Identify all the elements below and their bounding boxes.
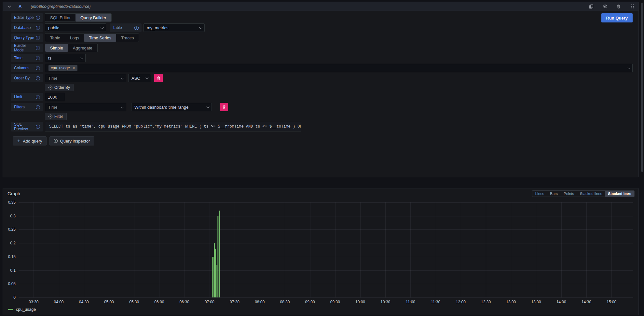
time-column-select[interactable]: ts: [45, 54, 86, 62]
collapse-chevron-icon[interactable]: [7, 4, 12, 9]
chevron-down-icon: [199, 26, 202, 29]
x-axis-tick-label: 04:30: [79, 300, 89, 304]
legend-label[interactable]: cpu_usage: [16, 307, 36, 312]
tab-sql-editor[interactable]: SQL Editor: [45, 14, 75, 21]
tab-logs[interactable]: Logs: [65, 34, 84, 42]
gridline-horizontal: [19, 202, 633, 203]
gridline-vertical: [310, 202, 310, 297]
order-direction-select[interactable]: ASC: [128, 74, 151, 82]
query-inspector-button[interactable]: Query inspector: [49, 136, 94, 145]
editor-type-row: Editor Type SQL Editor Query Builder: [11, 13, 633, 22]
table-select[interactable]: my_metrics: [144, 23, 205, 32]
x-axis-tick-label: 09:30: [330, 300, 340, 304]
add-filter-button[interactable]: Filter: [45, 113, 67, 120]
filters-label: Filters: [11, 103, 43, 111]
graph-panel-header: Graph Lines Bars Points Stacked lines St…: [3, 188, 638, 198]
hide-response-icon[interactable]: [602, 4, 608, 9]
y-axis-tick-label: 0.2: [10, 241, 16, 245]
query-row-header[interactable]: A (info8fcc-greptimedb-datasource): [3, 2, 638, 11]
gridline-vertical: [260, 202, 260, 297]
builder-mode-label: Builder Mode: [11, 44, 43, 52]
query-type-label: Query Type: [11, 34, 43, 42]
info-icon[interactable]: [36, 125, 40, 129]
gridline-vertical: [511, 202, 511, 297]
mode-bars[interactable]: Bars: [547, 191, 561, 197]
gridline-vertical: [360, 202, 361, 297]
tab-time-series[interactable]: Time Series: [84, 34, 116, 42]
plus-icon: +: [17, 138, 20, 144]
limit-input[interactable]: [45, 93, 65, 101]
add-order-by-button[interactable]: Order By: [45, 84, 74, 91]
gridline-horizontal: [19, 243, 633, 243]
remove-filter-button[interactable]: [220, 103, 228, 111]
x-axis-tick-label: 07:00: [205, 300, 214, 304]
tab-simple[interactable]: Simple: [45, 44, 68, 52]
filter-condition-select[interactable]: Within dashboard time range: [131, 103, 212, 111]
duplicate-query-icon[interactable]: [588, 4, 594, 9]
info-icon[interactable]: [36, 56, 40, 60]
add-query-button[interactable]: + Add query: [13, 136, 47, 145]
plus-circle-icon: [48, 115, 52, 118]
tab-query-builder[interactable]: Query Builder: [75, 14, 111, 21]
x-axis-tick-label: 08:00: [255, 300, 265, 304]
run-query-button[interactable]: Run Query: [601, 13, 633, 22]
remove-order-by-button[interactable]: [154, 74, 163, 82]
info-icon[interactable]: [36, 16, 40, 20]
gridline-vertical: [210, 202, 210, 297]
info-icon[interactable]: [36, 36, 40, 40]
plus-circle-icon: [48, 86, 52, 89]
x-axis-tick-label: 10:00: [355, 300, 365, 304]
drag-handle-icon[interactable]: [629, 4, 635, 9]
x-axis-tick-label: 13:30: [531, 300, 541, 304]
mode-stacked-bars[interactable]: Stacked bars: [605, 191, 634, 197]
chart-plot-area: 00.050.10.150.20.250.30.3503:3004:0004:3…: [19, 202, 633, 297]
mode-stacked-lines[interactable]: Stacked lines: [577, 191, 605, 197]
tab-traces[interactable]: Traces: [116, 34, 139, 42]
columns-multiselect[interactable]: cpu_usage ✕: [45, 64, 633, 72]
x-axis-tick-label: 06:30: [180, 300, 189, 304]
x-axis-tick-label: 14:30: [582, 300, 591, 304]
gridline-vertical: [486, 202, 486, 297]
gridline-vertical: [109, 202, 109, 297]
graph-panel: Graph Lines Bars Points Stacked lines St…: [3, 188, 639, 315]
table-label: Table: [110, 23, 142, 32]
info-icon[interactable]: [36, 95, 40, 99]
y-axis-tick-label: 0.05: [8, 282, 16, 286]
filter-field-select[interactable]: Time: [45, 103, 126, 111]
database-select[interactable]: public: [45, 23, 106, 32]
mode-points[interactable]: Points: [561, 191, 577, 197]
scrollbar-thumb[interactable]: [641, 3, 643, 172]
gridline-vertical: [159, 202, 159, 297]
info-icon[interactable]: [36, 46, 40, 50]
info-icon[interactable]: [36, 76, 40, 80]
info-icon[interactable]: [134, 26, 139, 30]
chevron-down-icon: [80, 56, 83, 59]
gridline-vertical: [84, 202, 84, 297]
chart-legend: cpu_usage: [3, 306, 638, 315]
remove-tag-icon[interactable]: ✕: [72, 66, 75, 70]
gridline-vertical: [285, 202, 285, 297]
filters-row: Filters Time Within dashboard time range: [11, 103, 633, 111]
info-icon[interactable]: [36, 26, 40, 30]
query-editor-panel: A (info8fcc-greptimedb-datasource) Run Q…: [3, 2, 639, 177]
x-axis-tick-label: 11:30: [431, 300, 440, 304]
query-ref-id: A: [19, 4, 21, 9]
x-axis-tick-label: 12:00: [456, 300, 466, 304]
x-axis-tick-label: 11:00: [406, 300, 415, 304]
order-by-field-select[interactable]: Time: [45, 74, 126, 82]
columns-row: Columns cpu_usage ✕: [11, 64, 633, 72]
x-axis-tick-label: 14:00: [556, 300, 566, 304]
y-axis-tick-label: 0.35: [8, 200, 16, 205]
time-series-chart: 00.050.10.150.20.250.30.3503:3004:0004:3…: [3, 198, 638, 306]
gridline-horizontal: [19, 257, 633, 257]
sql-preview-text: SELECT ts as "time", cpu_usage FROM "pub…: [49, 124, 301, 129]
info-icon[interactable]: [36, 66, 40, 70]
limit-row: Limit: [11, 93, 633, 101]
mode-lines[interactable]: Lines: [532, 191, 547, 197]
tab-aggregate[interactable]: Aggregate: [68, 44, 97, 52]
gridline-vertical: [134, 202, 134, 297]
tab-table[interactable]: Table: [45, 34, 65, 42]
info-icon[interactable]: [36, 105, 40, 109]
delete-query-icon[interactable]: [616, 4, 622, 9]
x-axis-tick-label: 10:30: [380, 300, 390, 304]
